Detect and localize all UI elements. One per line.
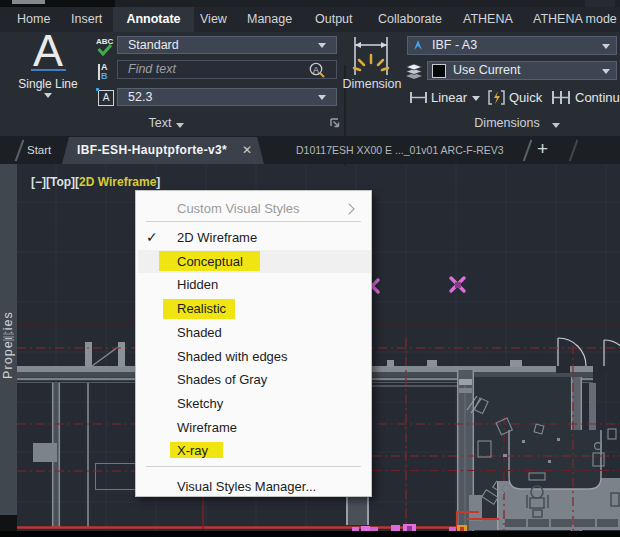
svg-text:A: A	[313, 65, 319, 75]
